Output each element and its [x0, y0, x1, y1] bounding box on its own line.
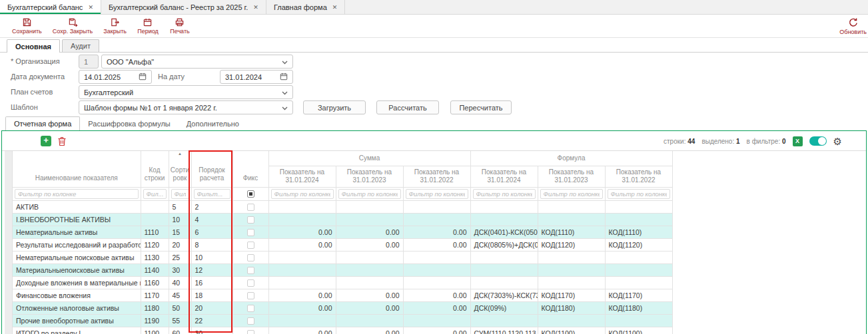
cell-name: Прочие внеоборотные активы [13, 314, 141, 327]
tab-audit[interactable]: Аудит [62, 39, 99, 52]
fix-checkbox[interactable] [247, 254, 254, 261]
fix-checkbox[interactable] [247, 317, 254, 325]
window-tab-balance[interactable]: Бухгалтерский баланс ✕ [0, 0, 101, 14]
fix-checkbox[interactable] [247, 292, 254, 299]
table-row[interactable]: ИТОГО по разделу I 1100 60 30 0.00 0.00 … [13, 327, 672, 334]
organization-code-field[interactable]: 1 [79, 55, 99, 69]
tab-close-icon[interactable]: ✕ [332, 4, 338, 11]
save-button[interactable]: Сохранить [7, 17, 47, 35]
recalculate-button[interactable]: Пересчитать [450, 100, 512, 114]
filter-input-sort[interactable] [171, 189, 189, 199]
save-close-button[interactable]: Сохр. Закрыть [47, 17, 99, 35]
fix-checkbox[interactable] [247, 204, 254, 211]
fix-checkbox[interactable] [247, 279, 254, 287]
filter-input-code[interactable] [143, 189, 167, 199]
cell-name: ИТОГО по разделу I [13, 327, 141, 334]
table-row[interactable]: Финансовые вложения 1170 45 18 0.00 0.00… [13, 289, 672, 301]
col-header-order[interactable]: Порядок расчета [191, 151, 232, 187]
col-header-name[interactable]: Наименование показателя [13, 151, 141, 187]
tab-close-icon[interactable]: ✕ [88, 4, 93, 11]
filter-input-formula-2022[interactable] [608, 189, 670, 199]
organization-label: * Организация [11, 57, 60, 65]
cell-sum-2023 [336, 276, 403, 289]
add-row-button[interactable]: + [41, 136, 51, 146]
cell-sum-2024: 0.00 [268, 289, 336, 301]
cell-fix [232, 263, 268, 276]
on-date-input[interactable] [225, 73, 280, 81]
load-button[interactable]: Загрузить [303, 100, 366, 114]
col-header-sum-2024[interactable]: Показатель на 31.01.2024 [268, 166, 336, 187]
fix-checkbox[interactable] [247, 216, 254, 224]
period-label: Период [137, 28, 159, 35]
fix-checkbox[interactable] [247, 229, 254, 236]
print-button[interactable]: Печать [164, 17, 196, 35]
table-row[interactable]: Доходные вложения в материальные ц.. 116… [13, 276, 672, 289]
fix-checkbox[interactable] [247, 267, 254, 274]
grid-stats: строки: 44 выделено: 1 в фильтре: 0 X ⚙ [663, 131, 842, 151]
filter-input-sum-2024[interactable] [271, 189, 334, 199]
cell-sum-2022: 0.00 [403, 301, 470, 314]
cell-formula-2022: КОД(1180) [605, 301, 672, 314]
table-row[interactable]: I.ВНЕОБОРОТНЫЕ АКТИВЫ 10 4 [13, 213, 672, 226]
cell-sum-2023 [336, 213, 403, 226]
on-date-field[interactable] [220, 70, 293, 84]
doc-date-input[interactable] [84, 73, 139, 81]
cell-formula-2023 [538, 213, 605, 226]
rows-count: строки: 44 [663, 138, 695, 145]
col-header-sort[interactable]: ▲Сорти ровк [169, 151, 191, 187]
col-header-formula-2023[interactable]: Показатель на 31.01.2023 [538, 166, 605, 187]
table-row[interactable]: Нематериальные поисковые активы 1130 25 … [13, 251, 672, 263]
table-row[interactable]: Материальныепоисковые активы 1140 30 12 [13, 263, 672, 276]
fix-checkbox[interactable] [247, 330, 254, 334]
cell-formula-2022 [605, 251, 672, 263]
filter-input-name[interactable] [15, 189, 139, 199]
table-row[interactable]: Нематериальные активы 1110 15 6 0.00 0.0… [13, 226, 672, 238]
row-selector-gutter[interactable] [5, 151, 13, 334]
col-header-formula-2024[interactable]: Показатель на 31.01.2024 [470, 166, 538, 187]
col-header-code[interactable]: Код строки [141, 151, 169, 187]
cell-formula-2024 [470, 314, 538, 327]
chart-of-accounts-select[interactable]: Бухгалтерский [79, 85, 293, 99]
cell-order: 12 [191, 263, 232, 276]
tab-formula-details[interactable]: Расшифровка формулы [80, 117, 178, 130]
template-label: Шаблон [11, 103, 38, 111]
template-select[interactable]: Шаблон формы №1 от 1 января 2022 г. [79, 100, 293, 114]
col-header-sum-2023[interactable]: Показатель на 31.01.2023 [336, 166, 403, 187]
organization-select[interactable]: ООО "Альфа" [101, 55, 293, 69]
excel-export-icon[interactable]: X [793, 136, 803, 146]
filter-input-order[interactable] [194, 189, 230, 199]
tab-additional[interactable]: Дополнительно [179, 117, 247, 130]
calculate-button[interactable]: Рассчитать [376, 100, 439, 114]
table-row[interactable]: Отложенные налоговые активы 1180 50 20 0… [13, 301, 672, 314]
fix-filter-checkbox[interactable] [247, 190, 254, 198]
delete-row-button[interactable] [57, 136, 67, 149]
period-button[interactable]: Период [132, 17, 164, 35]
cell-fix [232, 238, 268, 251]
cell-fix [232, 213, 268, 226]
tab-close-icon[interactable]: ✕ [253, 4, 258, 11]
col-header-fix[interactable]: Фикс [232, 151, 268, 187]
table-row[interactable]: Результаты исследований и разработок 112… [13, 238, 672, 251]
cell-formula-2022: КОД(1120) [605, 238, 672, 251]
window-tab-registry[interactable]: Бухгалтерский баланс - Реестр за 2025 г.… [101, 0, 266, 14]
filter-input-formula-2024[interactable] [473, 189, 536, 199]
close-button[interactable]: Закрыть [98, 17, 132, 35]
table-row[interactable]: Прочие внеоборотные активы 1190 55 22 [13, 314, 672, 327]
table-row[interactable]: АКТИВ 5 2 [13, 200, 672, 213]
cell-order: 22 [191, 314, 232, 327]
filter-input-sum-2022[interactable] [406, 189, 468, 199]
tab-main[interactable]: Основная [7, 39, 60, 53]
filter-toggle[interactable] [809, 136, 827, 146]
col-header-sum-2022[interactable]: Показатель на 31.01.2022 [403, 166, 470, 187]
filter-input-formula-2023[interactable] [540, 189, 603, 199]
fix-checkbox[interactable] [247, 305, 254, 312]
fix-checkbox[interactable] [247, 242, 254, 249]
filter-input-sum-2023[interactable] [338, 189, 401, 199]
refresh-button[interactable]: Обновить [834, 17, 868, 35]
cell-sum-2022 [403, 276, 470, 289]
col-header-formula-2022[interactable]: Показатель на 31.01.2022 [605, 166, 672, 187]
doc-date-field[interactable] [79, 70, 152, 84]
window-tab-main-form[interactable]: Главная форма ✕ [266, 0, 345, 14]
tab-report-form[interactable]: Отчетная форма [5, 116, 80, 130]
gear-icon[interactable]: ⚙ [833, 136, 842, 146]
